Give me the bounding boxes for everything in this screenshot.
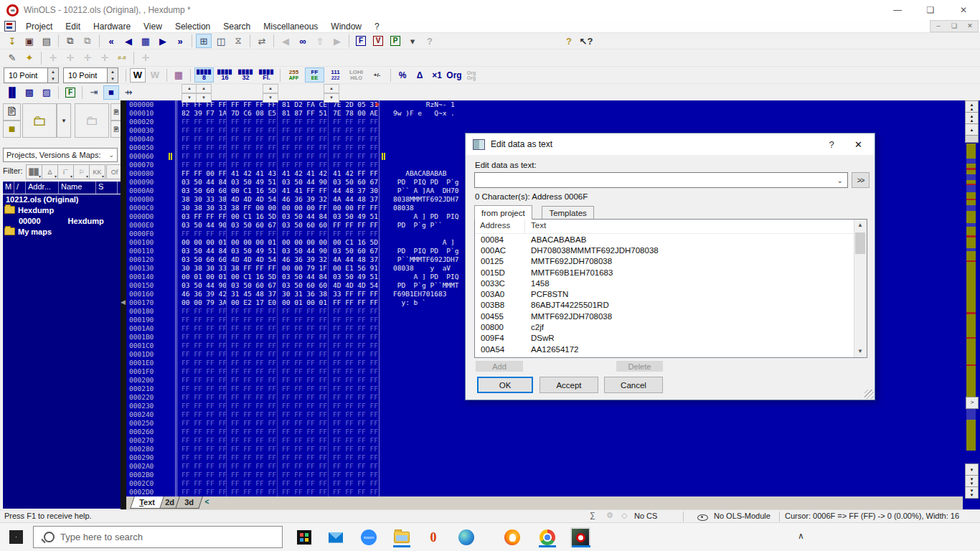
scroll-bottom-icon[interactable]: ▼▼ [965, 486, 979, 499]
back-icon[interactable]: ◀ [278, 34, 293, 48]
arrange-windows-icon[interactable]: ⧉ [80, 34, 95, 48]
menu-window[interactable]: Window [324, 22, 368, 32]
spin-up-icon[interactable]: ▲ [48, 68, 58, 75]
dialog-help-button[interactable]: ? [821, 139, 842, 150]
edit-data-combobox[interactable]: ⌄ [474, 172, 848, 188]
list-row[interactable]: 000ACDH708038MMMTF692JDH708038 [475, 245, 867, 255]
save-project-button[interactable]: ■ [3, 121, 21, 138]
list-row[interactable]: 00A54AA12654172 [475, 344, 867, 354]
column-list-icon[interactable]: ⇥ [86, 85, 102, 100]
hex-row[interactable]: 000280FF FF FF FFFF FF FF FFFF FF FF FFF… [126, 445, 963, 453]
mdi-close-button[interactable]: ✕ [962, 21, 978, 32]
print-icon[interactable]: ▤ [39, 34, 55, 48]
hex-row[interactable]: 000240FF FF FF FFFF FF FF FFFF FF FF FFF… [126, 410, 963, 419]
column-width-spinner[interactable]: ▲▼ [182, 84, 197, 103]
forward-icon[interactable]: ▶ [329, 34, 345, 48]
mdi-restore-button[interactable]: ❏ [946, 21, 962, 32]
scroll-page-down-icon[interactable]: ▼▼ [965, 475, 979, 487]
scroll-up-icon[interactable]: ▲ [854, 220, 866, 231]
list-row[interactable]: 00084ABACABABAB [475, 234, 867, 245]
list-row[interactable]: 00800c2jf [475, 321, 867, 332]
list-header[interactable]: Address Text [475, 220, 867, 234]
tree-column-headers[interactable]: M/Addr...NameS [3, 182, 121, 194]
taskbar-winols-icon[interactable] [570, 527, 590, 547]
hex-row[interactable]: 000260FF FF FF FFFF FF FF FFFF FF FF FFF… [126, 428, 963, 436]
spin-down-icon[interactable]: ▼ [196, 93, 212, 103]
taskbar-explorer-icon[interactable] [392, 527, 412, 547]
letter-p-icon[interactable]: P [387, 34, 403, 48]
scroll-down-icon[interactable]: ▼ [854, 346, 866, 357]
menu-search[interactable]: Search [217, 22, 257, 32]
list-row[interactable]: 009F4DSwR [475, 333, 867, 344]
tree-column-s[interactable]: S [96, 182, 118, 194]
filter-delta-icon[interactable]: Δ▾ [42, 164, 58, 179]
taskbar-store-icon[interactable] [294, 527, 314, 547]
map-2d-icon[interactable]: ▩ [22, 85, 37, 100]
sidebar-view-combobox[interactable]: Projects, Versions & Maps: ⌄ [3, 148, 118, 162]
view-16-bit-button[interactable]: ████16 [215, 67, 235, 83]
overview-scrollbar[interactable]: ▲▲ ▲▲ ▲ ▼ ▼▼ ▼▼ [963, 100, 980, 509]
display-255-button[interactable]: 255AFF [284, 67, 303, 83]
ink-database-icon[interactable]: ▣ [22, 34, 37, 48]
list-row[interactable]: 003A0PCF8STN [475, 288, 867, 299]
taskbar-zoom-icon[interactable]: zoom [359, 527, 379, 547]
map-3d-icon[interactable]: ▨ [39, 85, 55, 100]
last-version-icon[interactable]: » [172, 34, 188, 48]
font-size-spinner[interactable]: 10 Point▲▼ [4, 67, 59, 83]
map-chart-icon[interactable]: ▐▌ [4, 85, 20, 100]
import-file-button[interactable]: 🗀 [75, 103, 109, 138]
text-entries-list[interactable]: Address Text 00084ABACABABAB000ACDH70803… [474, 219, 867, 358]
spin-up-icon[interactable]: ▲ [196, 84, 212, 93]
column-width-spinner[interactable]: ▲▼ [196, 84, 212, 103]
taskbar-firefox-icon[interactable] [502, 527, 522, 547]
next-version-icon[interactable]: ▶ [155, 34, 171, 48]
accept-button[interactable]: Accept [540, 377, 598, 393]
taskbar-chrome-icon[interactable] [537, 527, 557, 547]
view-tab-3d[interactable]: 3d [175, 496, 202, 509]
spin-down-icon[interactable]: ▼ [48, 75, 58, 83]
list-row[interactable]: 003B886ABJT44225501RD [475, 300, 867, 311]
tree-column-m[interactable]: M [3, 182, 14, 194]
delete-button[interactable]: Delete [616, 361, 663, 372]
scroll-page-up-icon[interactable]: ▲▲ [965, 112, 979, 124]
filter-kk-icon[interactable]: KK▾ [89, 164, 105, 179]
resize-grip[interactable] [864, 390, 874, 399]
close-button[interactable]: ✕ [947, 0, 980, 20]
view-8-bit-button[interactable]: ████8 [194, 67, 214, 83]
minimize-button[interactable]: — [881, 0, 914, 20]
column-width-spinner[interactable]: ▲▼ [263, 84, 278, 103]
hexdump-document-icon[interactable] [4, 21, 16, 32]
hex-row[interactable]: 0002C0FF FF FF FFFF FF FF FFFF FF FF FFF… [126, 479, 963, 488]
list-row[interactable]: 0033C1458 [475, 278, 867, 288]
spin-down-icon[interactable]: ▼ [182, 93, 197, 103]
menu-edit[interactable]: Edit [59, 22, 87, 32]
preview-window-icon[interactable]: ◫ [213, 34, 229, 48]
hand-edit-icon[interactable]: ✎ [4, 51, 20, 65]
filter-bars-icon[interactable]: ▉▉▾ [26, 164, 42, 179]
spin-up-icon[interactable]: ▲ [108, 68, 118, 75]
menu-view[interactable]: View [137, 22, 169, 32]
mdi-minimize-button[interactable]: – [930, 21, 946, 32]
tree-column-name[interactable]: Name [59, 182, 96, 194]
tree-column-addr[interactable]: Addr... [26, 182, 59, 194]
scroll-top-icon[interactable]: ▲▲ [965, 100, 979, 113]
grid-size-spinner[interactable]: 10 Point▲▼ [63, 67, 118, 83]
list-scrollbar[interactable]: ▲ ▼ [854, 220, 867, 357]
first-version-icon[interactable]: « [103, 34, 119, 48]
view-fl-bit-button[interactable]: ████Fl. [257, 67, 276, 83]
tab-scroll-left-button[interactable]: < [205, 498, 209, 506]
highlight-marker-icon[interactable]: ✦ [22, 51, 37, 65]
map-range-icon[interactable]: #-# [114, 51, 130, 65]
filter-flag-icon[interactable]: ⚐▾ [73, 164, 90, 179]
export-window-icon[interactable]: ⧉ [62, 34, 78, 48]
start-button[interactable] [9, 530, 23, 544]
map-delete-icon[interactable]: ✛ [80, 51, 95, 65]
text-width-icon[interactable]: W [130, 68, 146, 83]
help-icon[interactable]: ? [561, 34, 577, 48]
ok-button[interactable]: OK [477, 377, 533, 393]
bdm-grid-icon[interactable]: ▦ [171, 68, 187, 83]
upload-icon[interactable]: ⇧ [312, 34, 328, 48]
hex-row[interactable]: 000000FF FF FF FFFF FF FF FF81 D2 FA CE7… [126, 100, 963, 109]
dialog-tab-from-project[interactable]: from project [474, 205, 532, 220]
cancel-button[interactable]: Cancel [604, 377, 663, 393]
